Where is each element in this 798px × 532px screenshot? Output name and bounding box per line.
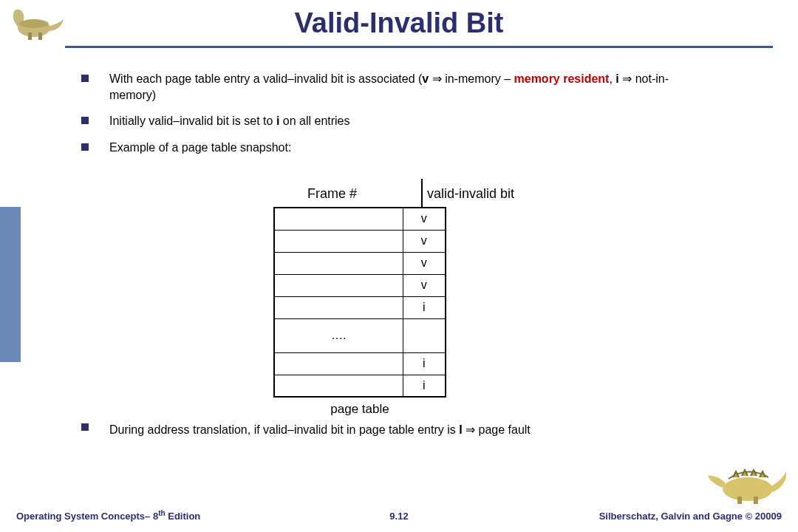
- slide: Valid-Invalid Bit With each page table e…: [0, 0, 798, 532]
- bullet-text: Initially valid–invalid bit is set to i …: [109, 113, 350, 129]
- table-row: v: [274, 208, 446, 230]
- column-separator-tick: [421, 179, 423, 208]
- bullet-item: With each page table entry a valid–inval…: [81, 71, 672, 103]
- slide-title: Valid-Invalid Bit: [0, 7, 798, 39]
- bullet-text: Example of a page table snapshot:: [109, 140, 291, 156]
- bullet-icon: [81, 117, 89, 124]
- column-header-valid-bit: valid-invalid bit: [427, 186, 514, 202]
- column-header-frame: Frame #: [307, 186, 357, 202]
- table-row: i: [274, 352, 446, 375]
- table-row: i: [274, 375, 446, 397]
- bullet-item: Initially valid–invalid bit is set to i …: [81, 113, 672, 129]
- bottom-bullet: During address translation, if valid–inv…: [81, 420, 672, 441]
- footer-copyright: Silberschatz, Galvin and Gagne © 20009: [599, 511, 782, 522]
- table-row: v: [274, 274, 446, 296]
- title-underline: [65, 46, 773, 48]
- page-table-diagram: Frame # valid-invalid bit v v v v i …. i…: [254, 186, 535, 417]
- bullet-icon: [81, 75, 89, 82]
- table-caption: page table: [273, 402, 446, 417]
- bullet-text: During address translation, if valid–inv…: [109, 420, 531, 441]
- bullet-list: With each page table entry a valid–inval…: [81, 71, 672, 166]
- svg-rect-6: [754, 497, 758, 504]
- bullet-icon: [81, 423, 89, 431]
- table-row: i: [274, 296, 446, 318]
- svg-point-4: [723, 477, 773, 501]
- bullet-text: With each page table entry a valid–inval…: [109, 71, 672, 103]
- sidebar-accent: [0, 207, 21, 362]
- table-row: ….: [274, 318, 446, 352]
- bullet-icon: [81, 143, 89, 151]
- table-row: v: [274, 252, 446, 274]
- page-table: v v v v i …. i i: [273, 207, 446, 398]
- bullet-item: Example of a page table snapshot:: [81, 140, 672, 156]
- dinosaur-icon: [706, 461, 788, 505]
- table-row: v: [274, 230, 446, 252]
- svg-rect-5: [737, 497, 742, 504]
